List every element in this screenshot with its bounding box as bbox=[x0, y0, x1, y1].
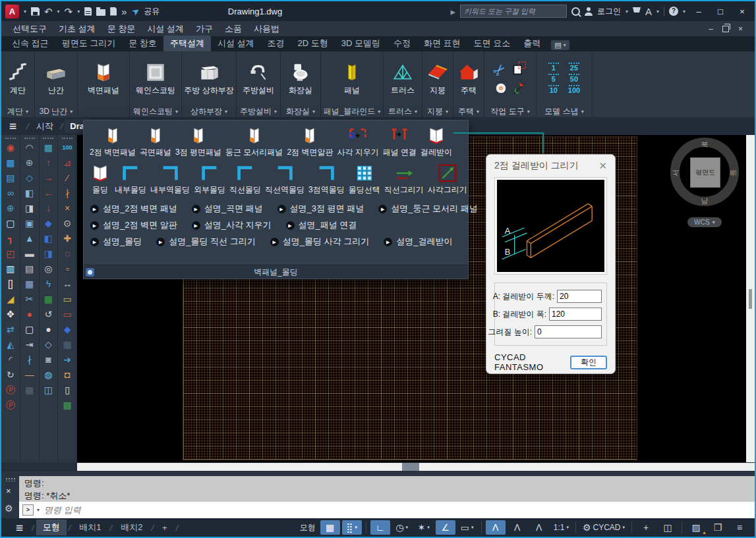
search-collapse-icon[interactable]: ▸ bbox=[450, 7, 455, 16]
clip-icon[interactable] bbox=[511, 60, 528, 77]
dialog-close-icon[interactable]: ✕ bbox=[598, 160, 607, 172]
model-space-button[interactable]: 모형 bbox=[297, 520, 318, 535]
flyout-item-wall-board-2pt[interactable]: 2점 벽면알판 bbox=[285, 122, 335, 158]
ribbon-tab[interactable]: 평면도 그리기 bbox=[55, 36, 123, 51]
ribbon-button-railing[interactable]: 난간 bbox=[44, 61, 68, 96]
render-tool-icon[interactable]: ▩ bbox=[58, 398, 76, 413]
panel-label[interactable]: 웨인스코팅▾ bbox=[130, 105, 181, 117]
section-grid-icon[interactable]: ▤ bbox=[1, 171, 20, 186]
polar-tracking-toggle[interactable]: ◷▾ bbox=[392, 520, 412, 535]
app-logo[interactable]: A bbox=[5, 5, 19, 18]
snap-mode-toggle[interactable]: ⣿▾ bbox=[342, 520, 362, 535]
cone-solid-icon[interactable]: ▲ bbox=[20, 231, 39, 246]
trim-scissors-icon[interactable]: ✂ bbox=[20, 292, 39, 307]
help-link[interactable]: ▶설명_몰딩 사각 그리기 bbox=[270, 236, 369, 248]
sketch-arc-icon[interactable]: ◠ bbox=[20, 140, 39, 155]
flyout-item-round-corner-panel[interactable]: 둥근 모서리패널 bbox=[223, 122, 285, 158]
command-prompt-icon[interactable]: > bbox=[22, 504, 34, 516]
ribbon-button-truss[interactable]: 트러스 bbox=[391, 61, 415, 96]
camera-box-icon[interactable]: ◘ bbox=[58, 367, 76, 383]
snap-value-button[interactable]: 5 bbox=[548, 74, 559, 83]
baseboard-width-input[interactable] bbox=[549, 308, 602, 321]
ribbon-tab[interactable]: 수정 bbox=[387, 36, 417, 51]
explode-bomb-icon[interactable]: ● bbox=[20, 307, 39, 322]
window-box-icon[interactable]: ▦ bbox=[20, 383, 39, 398]
ribbon-tab[interactable]: 2D 도형 bbox=[291, 36, 335, 51]
break-line-icon[interactable]: ∤ bbox=[20, 352, 39, 367]
mdi-close-button[interactable]: × bbox=[738, 24, 743, 34]
layout-tab-+[interactable]: + bbox=[156, 521, 174, 535]
flyout-item-baseboard[interactable]: 걸레받이 bbox=[419, 122, 454, 158]
mirror-tool-icon[interactable]: ◭ bbox=[1, 337, 20, 352]
eraser-icon[interactable]: ◢ bbox=[1, 292, 20, 307]
zoom-window-icon[interactable]: ◎ bbox=[40, 261, 58, 277]
menu-item[interactable]: 시설 설계 bbox=[141, 23, 190, 35]
node-cross-icon[interactable]: × bbox=[58, 201, 76, 216]
flyout-item-molding-select[interactable]: 몰딩선택 bbox=[347, 160, 382, 196]
toolbar-grip[interactable] bbox=[24, 138, 35, 139]
mdi-minimize-button[interactable]: – bbox=[709, 24, 713, 34]
workspace-gear[interactable]: ⚙CYCAD▾ bbox=[580, 520, 627, 535]
help-link[interactable]: ▶설명_몰딩 bbox=[90, 236, 142, 248]
open-icon[interactable] bbox=[96, 9, 105, 16]
panel-label[interactable]: 3D 난간▾ bbox=[35, 105, 77, 117]
login-button[interactable]: 로그인 bbox=[597, 6, 621, 17]
annotation-scale[interactable]: 1:1▾ bbox=[551, 520, 571, 535]
flag-icon[interactable] bbox=[511, 80, 528, 97]
orbit-tool-icon[interactable]: ↺ bbox=[40, 307, 58, 322]
donut-icon[interactable] bbox=[492, 80, 509, 97]
flyout-item-rect-draw[interactable]: 사각그리기 bbox=[426, 160, 469, 196]
compass-south[interactable]: 남 bbox=[668, 196, 741, 206]
doc-page-icon[interactable]: ▯ bbox=[58, 383, 76, 398]
close-button[interactable]: × bbox=[734, 7, 751, 16]
compass-east[interactable]: 동 bbox=[728, 169, 738, 176]
share-label[interactable]: 공유 bbox=[144, 6, 160, 17]
ribbon-button-bathroom[interactable]: 화장실 bbox=[289, 61, 312, 96]
user-icon[interactable] bbox=[585, 7, 593, 16]
command-prompt-caret-icon[interactable]: ▾ bbox=[37, 507, 40, 513]
command-input[interactable] bbox=[43, 504, 755, 516]
baseboard-thickness-input[interactable] bbox=[557, 290, 602, 303]
save-icon[interactable] bbox=[31, 7, 40, 16]
panel-label[interactable]: 모델 스냅▾ bbox=[537, 105, 592, 117]
move-tool-icon[interactable]: ✥ bbox=[1, 307, 20, 322]
menu-item[interactable]: 사용법 bbox=[248, 23, 285, 35]
extrude-box-icon[interactable]: ◧ bbox=[20, 186, 39, 201]
customize-menu[interactable]: ≡ bbox=[730, 520, 749, 535]
layout-tab-모형[interactable]: 모형 bbox=[36, 520, 67, 535]
view-box-icon[interactable]: ◇ bbox=[40, 337, 58, 352]
flyout-item-panel-connect[interactable]: 패널 연결 bbox=[381, 122, 419, 158]
minimize-button[interactable]: – bbox=[690, 7, 707, 16]
app-menu-caret-icon[interactable]: ▾ bbox=[24, 9, 26, 14]
dim-width-icon[interactable]: ↔ bbox=[58, 277, 76, 292]
flyout-item-wall-panel-2pt[interactable]: 2점 벽면패널 bbox=[88, 122, 138, 158]
osnap-3d-toggle[interactable]: Λ bbox=[529, 520, 549, 535]
menu-item[interactable]: 선택도구 bbox=[7, 23, 53, 35]
undo-caret-icon[interactable]: ▾ bbox=[57, 9, 60, 14]
vertical-scrollbar[interactable] bbox=[746, 135, 755, 462]
slab-solid-icon[interactable]: ▬ bbox=[20, 246, 39, 261]
stretch-right-icon[interactable]: → bbox=[40, 171, 58, 186]
pipe-corner-icon[interactable]: ┓ bbox=[1, 231, 20, 246]
ribbon-button-house[interactable]: 주택 bbox=[457, 61, 480, 96]
snap-value-button[interactable]: 25 bbox=[568, 63, 580, 72]
rotate-tool-icon[interactable]: ↻ bbox=[1, 367, 20, 383]
compass-plan-view[interactable]: 평면도 bbox=[690, 157, 720, 188]
ribbon-button-wall-panel[interactable]: 벽면패널 bbox=[88, 61, 119, 96]
panel-label[interactable]: 작업 도구▾ bbox=[484, 105, 536, 117]
green-table-icon[interactable]: ▦ bbox=[40, 292, 58, 307]
ribbon-tab[interactable]: 도면 요소 bbox=[467, 36, 517, 51]
ribbon-button-kitchen-fixture[interactable]: 주방설비 bbox=[243, 61, 274, 96]
command-drag-grip[interactable] bbox=[5, 477, 15, 481]
ribbon-tab[interactable]: 문 창호 bbox=[122, 36, 163, 51]
plot-icon[interactable] bbox=[84, 7, 92, 16]
autodesk-a-icon[interactable]: A bbox=[645, 7, 652, 16]
snap-value-button[interactable]: 50 bbox=[568, 74, 580, 83]
align-edge-icon[interactable]: ⇥ bbox=[20, 337, 39, 352]
dialog-title-bar[interactable]: 2점 걸레받이 그리기 ✕ bbox=[486, 155, 615, 176]
toolbar-grip[interactable] bbox=[5, 138, 16, 139]
isometric-drafting-toggle[interactable]: ✶▾ bbox=[414, 520, 434, 535]
flyout-item-rev-molding-3pt[interactable]: 3점역몰딩 bbox=[306, 160, 347, 196]
swap-copy-icon[interactable]: ⇄ bbox=[1, 322, 20, 337]
status-menu-icon[interactable]: ≡ bbox=[16, 522, 23, 534]
